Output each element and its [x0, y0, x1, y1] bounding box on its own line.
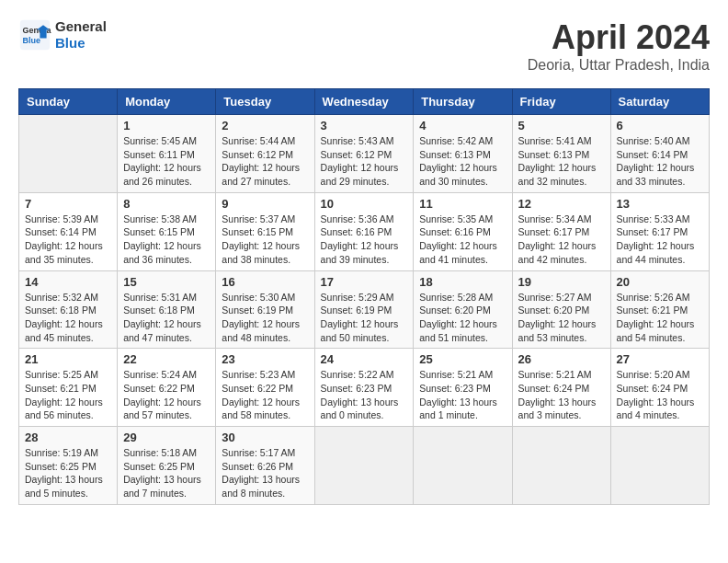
day-info: Sunrise: 5:40 AM Sunset: 6:14 PM Dayligh… [617, 134, 703, 189]
day-info: Sunrise: 5:26 AM Sunset: 6:21 PM Dayligh… [617, 291, 703, 345]
day-number: 17 [321, 275, 408, 289]
day-info: Sunrise: 5:31 AM Sunset: 6:18 PM Dayligh… [123, 291, 210, 345]
calendar-cell [610, 427, 709, 505]
day-number: 19 [518, 275, 605, 289]
logo-icon: General Blue [18, 18, 51, 52]
day-info: Sunrise: 5:20 AM Sunset: 6:24 PM Dayligh… [617, 368, 703, 422]
calendar: SundayMondayTuesdayWednesdayThursdayFrid… [18, 88, 710, 505]
day-number: 5 [518, 119, 605, 132]
title-area: April 2024 Deoria, Uttar Pradesh, India [528, 18, 710, 74]
calendar-cell: 26Sunrise: 5:21 AM Sunset: 6:24 PM Dayli… [512, 349, 610, 427]
day-number: 29 [123, 431, 210, 444]
month-year: April 2024 [528, 18, 710, 57]
calendar-cell: 1Sunrise: 5:45 AM Sunset: 6:11 PM Daylig… [118, 115, 216, 193]
calendar-week-row: 28Sunrise: 5:19 AM Sunset: 6:25 PM Dayli… [19, 427, 710, 505]
calendar-cell: 15Sunrise: 5:31 AM Sunset: 6:18 PM Dayli… [118, 270, 216, 349]
calendar-cell: 5Sunrise: 5:41 AM Sunset: 6:13 PM Daylig… [512, 115, 610, 193]
day-number: 12 [518, 197, 605, 211]
calendar-cell: 24Sunrise: 5:22 AM Sunset: 6:23 PM Dayli… [314, 349, 414, 427]
calendar-cell: 12Sunrise: 5:34 AM Sunset: 6:17 PM Dayli… [512, 192, 610, 270]
day-info: Sunrise: 5:42 AM Sunset: 6:13 PM Dayligh… [419, 134, 506, 189]
day-number: 10 [321, 197, 408, 211]
logo-blue: Blue [55, 35, 107, 52]
calendar-cell: 25Sunrise: 5:21 AM Sunset: 6:23 PM Dayli… [414, 349, 512, 427]
day-number: 25 [419, 352, 506, 366]
day-info: Sunrise: 5:21 AM Sunset: 6:24 PM Dayligh… [518, 368, 605, 422]
day-number: 2 [222, 119, 308, 132]
day-number: 7 [25, 197, 111, 211]
weekday-header: Tuesday [216, 89, 314, 115]
calendar-cell: 14Sunrise: 5:32 AM Sunset: 6:18 PM Dayli… [19, 270, 118, 349]
day-info: Sunrise: 5:21 AM Sunset: 6:23 PM Dayligh… [419, 368, 506, 422]
day-number: 30 [222, 431, 308, 444]
calendar-cell [314, 427, 414, 505]
calendar-cell: 16Sunrise: 5:30 AM Sunset: 6:19 PM Dayli… [216, 270, 314, 349]
day-info: Sunrise: 5:30 AM Sunset: 6:19 PM Dayligh… [222, 291, 308, 345]
day-number: 15 [123, 275, 210, 289]
day-info: Sunrise: 5:29 AM Sunset: 6:19 PM Dayligh… [321, 291, 408, 345]
day-number: 23 [222, 352, 308, 366]
day-number: 28 [25, 431, 111, 444]
day-info: Sunrise: 5:28 AM Sunset: 6:20 PM Dayligh… [419, 291, 506, 345]
day-info: Sunrise: 5:34 AM Sunset: 6:17 PM Dayligh… [518, 213, 605, 267]
location: Deoria, Uttar Pradesh, India [528, 57, 710, 74]
day-info: Sunrise: 5:33 AM Sunset: 6:17 PM Dayligh… [617, 213, 703, 267]
calendar-cell: 8Sunrise: 5:38 AM Sunset: 6:15 PM Daylig… [118, 192, 216, 270]
calendar-cell: 6Sunrise: 5:40 AM Sunset: 6:14 PM Daylig… [610, 115, 709, 193]
day-info: Sunrise: 5:35 AM Sunset: 6:16 PM Dayligh… [419, 213, 506, 267]
day-number: 3 [321, 119, 408, 132]
day-number: 8 [123, 197, 210, 211]
day-info: Sunrise: 5:36 AM Sunset: 6:16 PM Dayligh… [321, 213, 408, 267]
day-number: 4 [419, 119, 506, 132]
weekday-header: Sunday [19, 89, 118, 115]
calendar-cell: 7Sunrise: 5:39 AM Sunset: 6:14 PM Daylig… [19, 192, 118, 270]
calendar-cell: 4Sunrise: 5:42 AM Sunset: 6:13 PM Daylig… [414, 115, 512, 193]
day-number: 24 [321, 352, 408, 366]
day-info: Sunrise: 5:32 AM Sunset: 6:18 PM Dayligh… [25, 291, 111, 345]
day-info: Sunrise: 5:37 AM Sunset: 6:15 PM Dayligh… [222, 213, 308, 267]
calendar-header-row: SundayMondayTuesdayWednesdayThursdayFrid… [19, 89, 710, 115]
calendar-cell: 10Sunrise: 5:36 AM Sunset: 6:16 PM Dayli… [314, 192, 414, 270]
day-number: 20 [617, 275, 703, 289]
calendar-cell: 22Sunrise: 5:24 AM Sunset: 6:22 PM Dayli… [118, 349, 216, 427]
calendar-cell: 2Sunrise: 5:44 AM Sunset: 6:12 PM Daylig… [216, 115, 314, 193]
calendar-cell: 20Sunrise: 5:26 AM Sunset: 6:21 PM Dayli… [610, 270, 709, 349]
weekday-header: Friday [512, 89, 610, 115]
day-info: Sunrise: 5:27 AM Sunset: 6:20 PM Dayligh… [518, 291, 605, 345]
weekday-header: Monday [118, 89, 216, 115]
day-info: Sunrise: 5:25 AM Sunset: 6:21 PM Dayligh… [25, 368, 111, 422]
day-number: 1 [123, 119, 210, 132]
calendar-week-row: 21Sunrise: 5:25 AM Sunset: 6:21 PM Dayli… [19, 349, 710, 427]
logo: General Blue General Blue [18, 18, 107, 52]
day-number: 18 [419, 275, 506, 289]
calendar-cell: 17Sunrise: 5:29 AM Sunset: 6:19 PM Dayli… [314, 270, 414, 349]
day-info: Sunrise: 5:23 AM Sunset: 6:22 PM Dayligh… [222, 368, 308, 422]
day-number: 27 [617, 352, 703, 366]
calendar-cell [512, 427, 610, 505]
calendar-cell: 3Sunrise: 5:43 AM Sunset: 6:12 PM Daylig… [314, 115, 414, 193]
svg-text:Blue: Blue [23, 36, 41, 45]
calendar-week-row: 1Sunrise: 5:45 AM Sunset: 6:11 PM Daylig… [19, 115, 710, 193]
calendar-cell [19, 115, 118, 193]
day-number: 6 [617, 119, 703, 132]
day-number: 22 [123, 352, 210, 366]
svg-text:General: General [23, 26, 52, 35]
day-number: 16 [222, 275, 308, 289]
day-number: 14 [25, 275, 111, 289]
day-info: Sunrise: 5:45 AM Sunset: 6:11 PM Dayligh… [123, 134, 210, 189]
day-number: 9 [222, 197, 308, 211]
calendar-cell: 29Sunrise: 5:18 AM Sunset: 6:25 PM Dayli… [118, 427, 216, 505]
day-info: Sunrise: 5:19 AM Sunset: 6:25 PM Dayligh… [25, 446, 111, 500]
day-info: Sunrise: 5:39 AM Sunset: 6:14 PM Dayligh… [25, 213, 111, 267]
weekday-header: Saturday [610, 89, 709, 115]
weekday-header: Wednesday [314, 89, 414, 115]
day-info: Sunrise: 5:44 AM Sunset: 6:12 PM Dayligh… [222, 134, 308, 189]
day-number: 11 [419, 197, 506, 211]
calendar-cell: 19Sunrise: 5:27 AM Sunset: 6:20 PM Dayli… [512, 270, 610, 349]
day-info: Sunrise: 5:22 AM Sunset: 6:23 PM Dayligh… [321, 368, 408, 422]
calendar-week-row: 14Sunrise: 5:32 AM Sunset: 6:18 PM Dayli… [19, 270, 710, 349]
calendar-cell: 13Sunrise: 5:33 AM Sunset: 6:17 PM Dayli… [610, 192, 709, 270]
day-number: 13 [617, 197, 703, 211]
day-number: 21 [25, 352, 111, 366]
day-info: Sunrise: 5:43 AM Sunset: 6:12 PM Dayligh… [321, 134, 408, 189]
